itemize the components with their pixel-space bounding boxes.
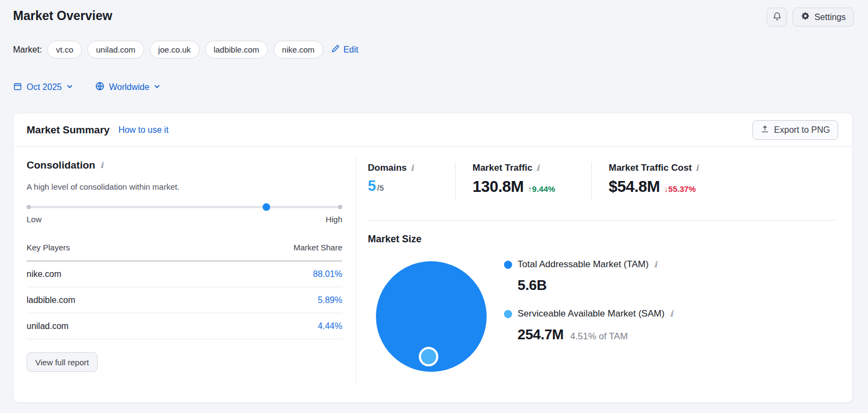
market-share-link[interactable]: 5.89% (318, 295, 342, 305)
metrics-row: Domains i 5/5 Market Traffic i 130.8M (368, 162, 839, 199)
edit-link-label: Edit (343, 45, 359, 55)
col-key-players: Key Players (27, 241, 70, 254)
info-icon[interactable]: i (695, 164, 699, 172)
table-row: nike.com 88.01% (27, 261, 342, 287)
bell-icon (773, 11, 782, 23)
page-root: Market Overview Settings Market: vt.co u… (0, 0, 868, 413)
gauge-labels: Low High (27, 214, 342, 225)
gauge-track (27, 206, 342, 208)
market-metrics-section: Domains i 5/5 Market Traffic i 130.8M (368, 162, 839, 395)
col-market-share: Market Share (293, 241, 342, 254)
region-filter[interactable]: Worldwide (95, 81, 161, 93)
page-title: Market Overview (13, 9, 112, 23)
consolidation-title: Consolidation (27, 159, 95, 172)
pencil-icon (331, 44, 340, 55)
edit-market-link[interactable]: Edit (331, 44, 359, 55)
key-players-table: Key Players Market Share nike.com 88.01%… (27, 241, 342, 339)
sam-dot-icon (504, 310, 512, 318)
market-traffic-cost-change: ↓55.37% (664, 184, 695, 193)
domains-label: Domains (368, 162, 407, 174)
gear-icon (801, 11, 810, 23)
market-traffic-metric: Market Traffic i 130.8M ↑9.44% (473, 162, 575, 199)
market-traffic-cost-metric: Market Traffic Cost i $54.8M ↓55.37% (609, 162, 699, 199)
traffic-cost-label-row: Market Traffic Cost i (609, 162, 699, 174)
metric-divider (455, 162, 456, 199)
market-share-link[interactable]: 4.44% (318, 321, 342, 331)
market-share-link[interactable]: 88.01% (313, 269, 342, 279)
info-icon[interactable]: i (411, 164, 414, 172)
table-row: unilad.com 4.44% (27, 313, 342, 339)
date-filter-value: Oct 2025 (27, 82, 62, 92)
settings-button-label: Settings (814, 12, 846, 22)
card-title: Market Summary (27, 124, 110, 136)
table-header: Key Players Market Share (27, 241, 342, 261)
market-chip[interactable]: nike.com (273, 41, 323, 59)
player-domain: unilad.com (27, 321, 68, 331)
info-icon[interactable]: i (670, 310, 673, 318)
top-actions: Settings (767, 8, 854, 27)
table-row: ladbible.com 5.89% (27, 287, 342, 313)
view-full-report-button[interactable]: View full report (27, 352, 98, 372)
gauge-thumb (263, 203, 270, 211)
chevron-down-icon (154, 82, 161, 92)
globe-icon (95, 81, 105, 93)
sam-legend-row: Serviceable Available Market (SAM) i (504, 308, 673, 320)
domains-metric: Domains i 5/5 (368, 162, 438, 199)
player-domain: nike.com (27, 269, 61, 279)
region-filter-value: Worldwide (109, 82, 149, 92)
market-traffic-value: 130.8M (473, 178, 524, 196)
export-png-button[interactable]: Export to PNG (752, 120, 838, 140)
metric-divider (591, 162, 592, 199)
domains-value: 5 (368, 178, 376, 195)
tam-legend-row: Total Addressable Market (TAM) i (504, 259, 673, 270)
market-traffic-cost-value: $54.8M (609, 178, 660, 196)
how-to-use-link[interactable]: How to use it (118, 125, 168, 135)
market-chip[interactable]: ladbible.com (205, 41, 268, 59)
gauge-end-low (27, 205, 31, 209)
export-icon (761, 125, 769, 135)
sam-pct-of-tam: 4.51% of TAM (570, 328, 628, 345)
gauge-high-label: High (326, 214, 342, 225)
column-divider (356, 157, 356, 385)
gauge-end-high (338, 205, 342, 209)
market-summary-card: Market Summary How to use it Export to P… (13, 113, 853, 403)
gauge-low-label: Low (27, 214, 42, 225)
market-traffic-label: Market Traffic (473, 162, 533, 174)
info-icon[interactable]: i (537, 164, 540, 172)
sam-bubble (419, 347, 438, 366)
domains-total: /5 (377, 183, 384, 192)
info-icon[interactable]: i (654, 261, 658, 269)
calendar-icon (13, 82, 22, 93)
market-label: Market: (13, 45, 42, 55)
market-size-legend: Total Addressable Market (TAM) i 5.6B Se… (504, 259, 673, 345)
market-row: Market: vt.co unilad.com joe.co.uk ladbi… (13, 41, 358, 59)
market-size-title: Market Size (368, 234, 422, 245)
consolidation-title-row: Consolidation i (27, 159, 342, 172)
consolidation-description: A high level of consolidation within mar… (27, 182, 342, 192)
tam-label: Total Addressable Market (TAM) (518, 259, 649, 270)
tam-value: 5.6B (518, 277, 547, 293)
info-icon[interactable]: i (100, 162, 104, 170)
sam-label: Serviceable Available Market (SAM) (518, 308, 665, 319)
export-png-label: Export to PNG (774, 125, 830, 135)
market-chip[interactable]: unilad.com (87, 41, 144, 59)
settings-button[interactable]: Settings (793, 8, 854, 27)
market-chip[interactable]: joe.co.uk (150, 41, 200, 59)
chevron-down-icon (66, 82, 73, 92)
traffic-label-row: Market Traffic i (473, 162, 575, 174)
market-traffic-change: ↑9.44% (528, 184, 555, 193)
player-domain: ladbible.com (27, 295, 75, 305)
market-chip[interactable]: vt.co (47, 41, 82, 59)
sam-value: 254.7M (518, 326, 564, 343)
date-filter[interactable]: Oct 2025 (13, 81, 73, 93)
consolidation-gauge (27, 203, 342, 211)
domains-label-row: Domains i (368, 162, 438, 174)
notifications-button[interactable] (767, 8, 787, 27)
section-divider (368, 220, 836, 221)
tam-dot-icon (504, 261, 512, 269)
card-header: Market Summary How to use it Export to P… (14, 113, 852, 147)
filter-row: Oct 2025 Worldwide (13, 81, 161, 93)
consolidation-section: Consolidation i A high level of consolid… (27, 159, 342, 372)
market-traffic-cost-label: Market Traffic Cost (609, 162, 692, 174)
